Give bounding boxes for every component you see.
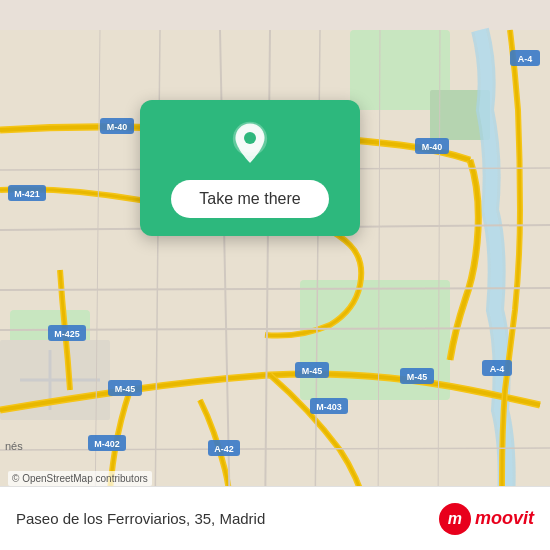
svg-text:M-425: M-425 [54, 329, 80, 339]
svg-text:M-45: M-45 [115, 384, 136, 394]
svg-text:M-40: M-40 [422, 142, 443, 152]
svg-text:A-4: A-4 [518, 54, 533, 64]
svg-text:M-402: M-402 [94, 439, 120, 449]
location-pin-icon [226, 120, 274, 168]
svg-text:nés: nés [5, 440, 23, 452]
svg-text:A-42: A-42 [214, 444, 234, 454]
take-me-there-button[interactable]: Take me there [171, 180, 328, 218]
svg-text:M-45: M-45 [302, 366, 323, 376]
svg-text:M-40: M-40 [107, 122, 128, 132]
moovit-logo: m moovit [439, 503, 534, 535]
moovit-logo-text: moovit [475, 508, 534, 529]
svg-text:M-45: M-45 [407, 372, 428, 382]
location-address: Paseo de los Ferroviarios, 35, Madrid [16, 510, 439, 527]
svg-text:M-421: M-421 [14, 189, 40, 199]
svg-point-47 [244, 132, 256, 144]
map-attribution: © OpenStreetMap contributors [8, 471, 152, 486]
map-container: M-421 M-40 M-425 M-40 M-45 M-45 M-45 M-4… [0, 0, 550, 550]
location-card: Take me there [140, 100, 360, 236]
svg-text:A-4: A-4 [490, 364, 505, 374]
svg-text:M-403: M-403 [316, 402, 342, 412]
moovit-logo-icon: m [439, 503, 471, 535]
bottom-bar: Paseo de los Ferroviarios, 35, Madrid m … [0, 486, 550, 550]
